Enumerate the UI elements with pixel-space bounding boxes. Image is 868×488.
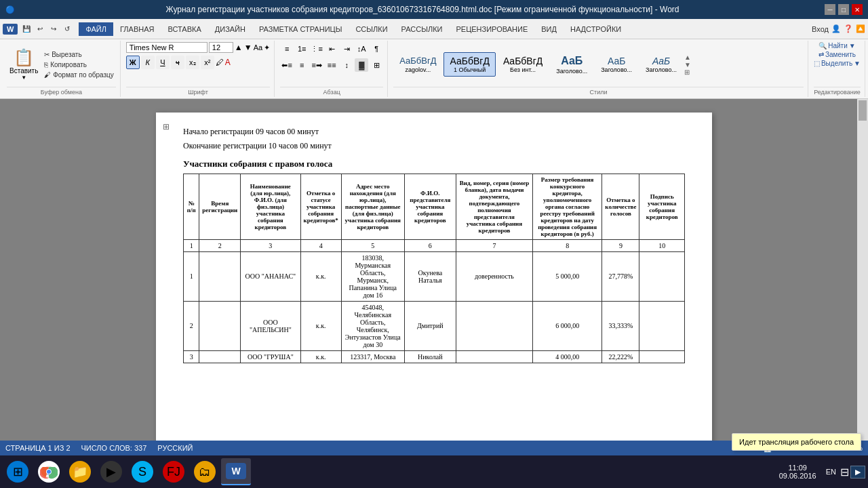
tab-mail[interactable]: РАССЫЛКИ (395, 22, 450, 36)
word-taskbar-button[interactable]: W (221, 458, 251, 485)
bullets-button[interactable]: ≡ (280, 42, 294, 56)
styles-expand[interactable]: ⊞ (684, 68, 691, 76)
skype-button[interactable]: S (127, 458, 157, 485)
align-left-button[interactable]: ⬅≡ (280, 58, 294, 72)
font-size-up-icon[interactable]: ▲ (235, 43, 243, 52)
bold-button[interactable]: Ж (126, 56, 140, 69)
system-tray[interactable]: ⊟ (840, 466, 849, 479)
tab-insert[interactable]: ВСТАВКА (161, 22, 208, 36)
media-button[interactable]: ▶ (96, 458, 126, 485)
ribbon-minimize-icon[interactable]: 🔼 (856, 24, 865, 33)
show-marks-icon[interactable]: ¶ (370, 42, 383, 56)
font-size-down-icon[interactable]: ▼ (244, 43, 252, 52)
styles-scroll-down[interactable]: ▼ (684, 61, 691, 68)
redo-icon[interactable]: ↪ (47, 23, 60, 35)
borders-button[interactable]: ⊞ (370, 58, 383, 72)
vertical-scrollbar[interactable] (857, 99, 868, 441)
tab-review[interactable]: РЕЦЕНЗИРОВАНИЕ (449, 22, 534, 36)
sort-icon[interactable]: ↕A (355, 42, 368, 56)
row3-sign (639, 350, 685, 363)
tab-layout[interactable]: РАЗМЕТКА СТРАНИЦЫ (252, 22, 349, 36)
select-button[interactable]: ⬚ Выделить ▼ (814, 60, 861, 67)
notification-popup: Идет трансляция рабочего стола (732, 433, 861, 451)
style-no-space[interactable]: АаБбВгД Без инт... (497, 52, 549, 76)
broadcast-indicator[interactable]: ▶ (850, 466, 865, 479)
row2-time (199, 301, 241, 350)
explorer-button[interactable]: 📁 (65, 458, 95, 485)
maximize-button[interactable]: □ (838, 4, 849, 15)
subscript-button[interactable]: x₂ (186, 56, 199, 69)
superscript-button[interactable]: x² (201, 56, 214, 69)
minimize-button[interactable]: ─ (825, 4, 835, 15)
paste-button[interactable]: 📋 Вставить ▼ (7, 47, 41, 82)
add-content-icon[interactable]: ⊞ (163, 122, 170, 132)
tab-view[interactable]: ВИД (534, 22, 564, 36)
tab-file[interactable]: ФАЙЛ (79, 22, 113, 36)
multilevel-button[interactable]: ⋮≡ (310, 42, 323, 56)
style-label-h1: zagolov... (405, 66, 431, 73)
italic-button[interactable]: К (141, 56, 155, 69)
font-name-input[interactable] (126, 42, 208, 53)
scrollbar-thumb[interactable] (859, 100, 867, 121)
font-size-input[interactable] (209, 42, 233, 53)
tab-addins[interactable]: НАДСТРОЙКИ (564, 22, 628, 36)
styles-label: Стили (393, 87, 804, 96)
row3-num: 3 (184, 350, 199, 363)
tab-refs[interactable]: ССЫЛКИ (349, 22, 394, 36)
font-color-icon[interactable]: A (225, 58, 231, 67)
style-heading3[interactable]: АаБ Заголово... (639, 52, 683, 76)
increase-indent-icon[interactable]: ⇥ (340, 42, 353, 56)
styles-scroll-up[interactable]: ▲ (684, 54, 691, 61)
folder-button[interactable]: 🗂 (190, 458, 220, 485)
style-label-normal: 1 Обычный (454, 66, 486, 73)
skype-icon: S (132, 461, 153, 483)
row2-num: 2 (184, 301, 199, 350)
notification-text: Идет трансляция рабочего стола (739, 438, 854, 446)
decrease-indent-icon[interactable]: ⇤ (325, 42, 338, 56)
style-heading[interactable]: АаБ Заголово... (550, 52, 593, 76)
chrome-button[interactable] (34, 458, 64, 485)
replace-button[interactable]: ⇄ Заменить (818, 51, 856, 58)
undo-icon[interactable]: ↩ (34, 23, 46, 35)
justify-button[interactable]: ≡≡ (325, 58, 338, 72)
login-button[interactable]: Вход (812, 25, 829, 33)
section-title: Участники собрания с правом голоса (183, 159, 685, 169)
line-spacing-button[interactable]: ↕ (340, 58, 353, 72)
paragraph-label: Абзац (280, 87, 383, 96)
find-button[interactable]: 🔍 Найти ▼ (818, 42, 855, 49)
fj-button[interactable]: FJ (159, 458, 189, 485)
taskbar-clock: 11:09 09.06.2016 (774, 464, 822, 480)
style-normal[interactable]: АаБбВгД 1 Обычный (443, 52, 495, 76)
table-row: 2 ООО "АПЕЛЬСИН" к.к. 454048, Челябинска… (184, 301, 685, 350)
font-case-icon[interactable]: Аа (254, 43, 263, 52)
underline-button[interactable]: Ч (156, 56, 170, 69)
strikethrough-button[interactable]: ч (171, 56, 184, 69)
close-button[interactable]: ✕ (852, 4, 863, 15)
style-heading2[interactable]: АаБ Заголово... (595, 52, 638, 76)
tab-home[interactable]: ГЛАВНАЯ (113, 22, 161, 36)
copy-button[interactable]: ⎘ Копировать (42, 60, 115, 69)
style-heading1[interactable]: АаБбВгД zagolov... (393, 52, 442, 76)
cut-button[interactable]: ✂ Вырезать (42, 50, 115, 59)
tab-design[interactable]: ДИЗАЙН (208, 22, 252, 36)
start-button[interactable]: ⊞ (3, 458, 33, 485)
highlight-icon[interactable]: 🖊 (216, 58, 224, 67)
paragraph-content: ≡ 1≡ ⋮≡ ⇤ ⇥ ↕A ¶ ⬅≡ ≡ ≡➡ ≡≡ ↕ ▓ ⊞ (280, 42, 383, 87)
registration-start: Начало регистрации 09 часов 00 минут (183, 126, 685, 138)
en-indicator[interactable]: EN (823, 468, 839, 476)
numbering-button[interactable]: 1≡ (295, 42, 309, 56)
save-icon[interactable]: 💾 (20, 23, 33, 35)
document-container[interactable]: ⊞ Начало регистрации 09 часов 00 минут О… (0, 99, 868, 441)
help-icon[interactable]: ❓ (844, 24, 853, 33)
format-painter-button[interactable]: 🖌 Формат по образцу (42, 70, 115, 79)
row1-sign (639, 251, 685, 301)
paragraph-group: ≡ 1≡ ⋮≡ ⇤ ⇥ ↕A ¶ ⬅≡ ≡ ≡➡ ≡≡ ↕ ▓ ⊞ Абзац (276, 41, 388, 97)
align-center-button[interactable]: ≡ (295, 58, 309, 72)
paste-dropdown-icon: ▼ (21, 75, 26, 81)
refresh-icon[interactable]: ↺ (61, 23, 73, 35)
page-count: СТРАНИЦА 1 ИЗ 2 (5, 444, 71, 452)
row1-num: 1 (184, 251, 199, 301)
align-right-button[interactable]: ≡➡ (310, 58, 323, 72)
shading-button[interactable]: ▓ (355, 58, 368, 72)
clear-format-icon[interactable]: ✦ (264, 43, 270, 52)
